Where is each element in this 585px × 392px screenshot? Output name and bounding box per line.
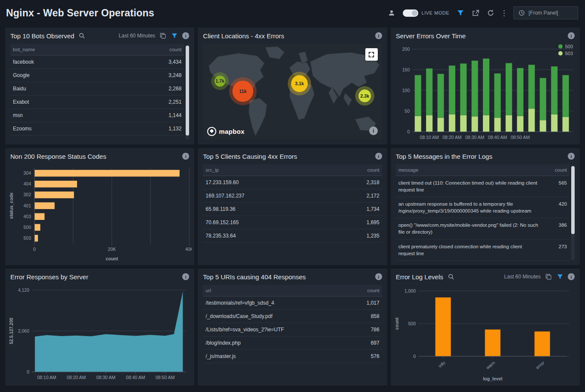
time-range-picker[interactable]: [From Panel] — [513, 6, 578, 19]
svg-text:status_code: status_code — [9, 192, 14, 219]
magnifier-icon[interactable] — [447, 273, 455, 281]
svg-text:log_level: log_level — [483, 376, 502, 381]
info-icon[interactable]: i — [568, 32, 575, 39]
svg-text:3.1k: 3.1k — [295, 81, 304, 86]
info-icon[interactable]: i — [182, 273, 189, 280]
svg-text:2,060: 2,060 — [18, 328, 29, 333]
table-row: 70.69.152.1651,695 — [203, 216, 382, 229]
panel-top-bots: Top 10 Bots Observed Last 60 Minutes i b… — [5, 28, 194, 145]
copy-icon[interactable] — [159, 32, 167, 40]
panel-error-messages: Top 5 Messages in the Error Logs i messa… — [391, 148, 580, 265]
column-header: count — [542, 164, 569, 176]
filter-icon[interactable] — [457, 9, 464, 17]
toggle-knob — [412, 10, 417, 16]
table-row: client prematurely closed connection whi… — [396, 239, 569, 260]
legend-label: 503 — [565, 51, 573, 56]
svg-text:08:30 AM: 08:30 AM — [96, 375, 115, 380]
svg-text:503: 503 — [24, 235, 31, 241]
legend-swatch — [558, 44, 563, 49]
svg-text:08:40 AM: 08:40 AM — [488, 135, 507, 140]
clients-table: src_ip count 17.233.159.602,318169.107.1… — [203, 164, 382, 261]
column-header: bot_name — [10, 44, 156, 56]
svg-text:warn: warn — [485, 360, 496, 370]
column-header: count — [156, 44, 184, 56]
mapbox-logo[interactable]: mapbox — [207, 127, 244, 136]
svg-text:08:20 AM: 08:20 AM — [442, 135, 461, 140]
info-icon[interactable]: i — [568, 273, 575, 280]
svg-text:302: 302 — [24, 192, 31, 197]
svg-text:2.3k: 2.3k — [361, 93, 370, 99]
log-levels-chart: 05001,000infowarnerrorlog_levelcount — [393, 285, 577, 384]
info-icon[interactable]: i — [182, 153, 189, 160]
panel-non200: Non 200 Response Status Codes i 30440430… — [5, 148, 194, 265]
scrollbar-thumb[interactable] — [571, 166, 575, 234]
panel-title: Server Errors Over Time — [396, 32, 466, 40]
map-info-icon[interactable]: i — [369, 127, 378, 135]
legend-swatch — [558, 51, 563, 56]
panel-title: Non 200 Response Status Codes — [10, 153, 106, 160]
info-icon[interactable]: i — [375, 32, 382, 39]
table-row: Exabot2,251 — [10, 96, 184, 109]
column-header: count — [355, 285, 382, 296]
scrollbar-track[interactable] — [571, 165, 575, 260]
svg-text:count: count — [106, 256, 118, 261]
svg-text:08:30 AM: 08:30 AM — [465, 135, 484, 140]
svg-text:08:10 AM: 08:10 AM — [420, 135, 439, 140]
live-mode-toggle[interactable] — [403, 9, 418, 17]
info-icon[interactable]: i — [568, 153, 575, 160]
column-header: count — [355, 164, 382, 176]
panel-grid: Top 10 Bots Observed Last 60 Minutes i b… — [0, 26, 585, 391]
panel-log-levels: Error Log Levels Last 60 Minutes i 05001… — [391, 269, 580, 386]
non200-chart: 304404302401403500503020K40Kcountstatus_… — [8, 164, 192, 263]
svg-text:0: 0 — [27, 369, 29, 374]
header-actions: LIVE MODE ⋮ [From Panel] — [388, 6, 578, 19]
svg-text:500: 500 — [24, 225, 31, 230]
filter-icon[interactable] — [556, 273, 564, 281]
kebab-menu-icon[interactable]: ⋮ — [502, 9, 506, 17]
panel-clients-4xx: Top 5 Clients Causing 4xx Errors i src_i… — [198, 148, 387, 265]
error-by-server-chart: 02,0604,12008:10 AM08:20 AM08:30 AM08:40… — [8, 285, 192, 384]
svg-text:403: 403 — [24, 214, 31, 219]
table-row: Ezooms1,132 — [10, 122, 184, 136]
panel-time-range: Last 60 Minutes — [504, 274, 541, 280]
svg-text:08:50 AM: 08:50 AM — [156, 375, 174, 380]
dashboard-app: Nginx - Web Server Operations LIVE MODE … — [0, 0, 585, 391]
svg-text:200: 200 — [402, 46, 410, 52]
share-icon[interactable] — [472, 9, 479, 17]
expand-icon[interactable] — [365, 48, 378, 61]
dashboard-header: Nginx - Web Server Operations LIVE MODE … — [0, 0, 585, 26]
panel-title: Error Responses by Server — [10, 273, 88, 281]
panel-title: Top 5 URIs causing 404 Responses — [203, 273, 305, 281]
table-row: 65.98.119.361,734 — [203, 203, 382, 216]
scrollbar-thumb[interactable] — [186, 46, 189, 136]
table-row: 17.233.159.602,318 — [203, 176, 382, 189]
svg-text:0: 0 — [33, 247, 36, 252]
svg-text:08:20 AM: 08:20 AM — [67, 375, 86, 380]
filter-icon[interactable] — [171, 32, 178, 40]
magnifier-icon[interactable] — [78, 32, 86, 40]
info-icon[interactable]: i — [375, 273, 382, 280]
panel-client-locations: Client Locations - 4xx Errors i — [198, 28, 387, 145]
scrollbar-track[interactable] — [186, 45, 189, 139]
refresh-icon[interactable] — [487, 9, 495, 17]
user-icon[interactable] — [388, 9, 395, 17]
table-row: an upstream response is buffered to a te… — [396, 197, 569, 218]
chart-legend: 500 503 — [558, 44, 573, 56]
table-row: open() "/www/com.mysite/mobile-vendor.pn… — [396, 218, 569, 239]
legend-label: 500 — [565, 44, 573, 49]
uris-table: url count /testimonials/ref=vfgb_sdsd_41… — [203, 285, 382, 381]
panel-title: Top 10 Bots Observed — [10, 32, 74, 40]
info-icon[interactable]: i — [375, 153, 382, 160]
panel-uris-404: Top 5 URIs causing 404 Responses i url c… — [198, 269, 387, 386]
messages-table: message count client timed out (110: Con… — [396, 164, 575, 261]
info-icon[interactable]: i — [182, 32, 189, 39]
copy-icon[interactable] — [545, 273, 552, 281]
table-row: facebook3,434 — [10, 56, 184, 69]
clock-icon — [519, 10, 525, 16]
svg-text:404: 404 — [24, 181, 31, 186]
table-row: /_downloads/Case_Study.pdf858 — [203, 310, 382, 323]
world-map[interactable]: 1.7k11k3.1k2.3k mapbox i — [203, 44, 382, 139]
bots-table: bot_name count facebook3,434Google3,248B… — [10, 44, 189, 140]
table-row: 78.235.33.641,235 — [203, 229, 382, 243]
panel-title: Top 5 Clients Causing 4xx Errors — [203, 153, 297, 160]
